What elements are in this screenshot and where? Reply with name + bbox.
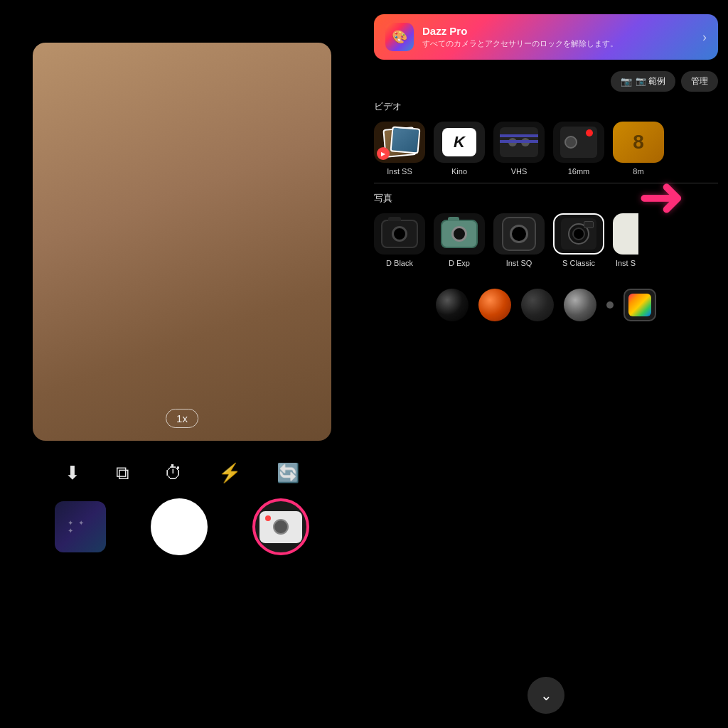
- top-buttons-row: 📷 📷 範例 管理: [364, 60, 728, 92]
- promo-title: Dazz Pro: [422, 25, 694, 37]
- camera-right-panel: 🎨 Dazz Pro すべてのカメラとアクセサリーのロックを解除します。 › 📷…: [364, 0, 728, 728]
- inst-sq-lens: [510, 225, 528, 243]
- camera-bottom-bar: [33, 498, 331, 555]
- s-classic-viewfinder: [584, 221, 594, 228]
- camera-item-inst-ss[interactable]: ▶ Inst SS: [374, 122, 425, 176]
- gallery-thumbnail[interactable]: [55, 501, 106, 552]
- promo-chevron-icon: ›: [702, 30, 707, 45]
- s-classic-lens-inner: [572, 228, 585, 240]
- d-exp-top: [448, 217, 459, 221]
- promo-text: Dazz Pro すべてのカメラとアクセサリーのロックを解除します。: [422, 25, 694, 49]
- kino-logo-text: K: [454, 133, 465, 151]
- vhs-label: VHS: [511, 167, 528, 176]
- color-palette-icon: [628, 294, 651, 316]
- download-icon[interactable]: ⬇: [65, 462, 80, 484]
- camera-item-s-classic[interactable]: S Classic: [553, 213, 604, 267]
- camera-left-panel: 1x ⬇ ⧉ ⏱ ⚡ 🔄: [0, 0, 364, 728]
- mm8-text: 8: [633, 131, 644, 154]
- inst-ss-label: Inst SS: [387, 167, 412, 176]
- vhs-icon: [493, 122, 545, 163]
- d-black-icon: [374, 213, 425, 255]
- inst-ss-icon: ▶: [374, 122, 425, 163]
- camera-item-16mm[interactable]: 16mm: [553, 122, 604, 176]
- d-exp-camera: [441, 220, 478, 248]
- camera-controls: ⬇ ⧉ ⏱ ⚡ 🔄: [47, 462, 317, 484]
- d-black-camera: [381, 220, 418, 248]
- vhs-stripe1: [500, 134, 538, 137]
- promo-subtitle: すべてのカメラとアクセサリーのロックを解除します。: [422, 38, 694, 49]
- inst-partial-icon: [613, 213, 638, 255]
- mm16-icon: [553, 122, 604, 163]
- inst-ss-play-icon: ▶: [377, 147, 390, 160]
- vhs-inner-icon: [500, 127, 538, 157]
- s-classic-icon: [553, 213, 604, 255]
- mm16-label: 16mm: [568, 167, 590, 176]
- camera-item-kino[interactable]: K Kino: [434, 122, 485, 176]
- camera-mode-button[interactable]: [252, 498, 309, 555]
- color-dot: [606, 301, 614, 309]
- mm16-lens: [564, 136, 577, 149]
- camera-item-inst-partial[interactable]: Inst S: [613, 213, 638, 267]
- d-black-top: [388, 217, 401, 221]
- camera-viewfinder: 1x: [33, 43, 331, 441]
- inst-sq-label: Inst SQ: [506, 259, 532, 267]
- kino-icon: K: [434, 122, 485, 163]
- mm16-dot: [586, 129, 593, 136]
- inst-partial-label: Inst S: [616, 259, 636, 267]
- color-palette-button[interactable]: [623, 289, 656, 321]
- inst-sq-icon: [493, 213, 545, 255]
- color-black-ball[interactable]: [436, 289, 469, 321]
- flash-icon[interactable]: ⚡: [218, 462, 241, 484]
- arrow-indicator: ➜: [638, 168, 685, 225]
- s-classic-camera: [561, 218, 596, 250]
- d-exp-label: D Exp: [449, 259, 470, 267]
- camera-item-d-exp[interactable]: D Exp: [434, 213, 485, 267]
- promo-banner[interactable]: 🎨 Dazz Pro すべてのカメラとアクセサリーのロックを解除します。 ›: [374, 14, 718, 60]
- mm8-icon: 8: [613, 122, 664, 163]
- kino-label: Kino: [451, 167, 467, 176]
- zoom-indicator[interactable]: 1x: [166, 409, 198, 428]
- s-classic-label: S Classic: [562, 259, 595, 267]
- chevron-down-icon: ⌄: [540, 687, 552, 704]
- camera-item-inst-sq[interactable]: Inst SQ: [493, 213, 545, 267]
- camera-icon: 📷: [621, 76, 632, 87]
- color-dark-ball[interactable]: [521, 289, 554, 321]
- photos-section: 写真 ➜ D Black: [364, 183, 728, 274]
- d-black-label: D Black: [386, 259, 413, 267]
- layers-icon[interactable]: ⧉: [116, 462, 129, 484]
- camera-item-d-black[interactable]: D Black: [374, 213, 425, 267]
- camera-item-vhs[interactable]: VHS: [493, 122, 545, 176]
- promo-icon: 🎨: [385, 23, 414, 51]
- color-orange-ball[interactable]: [478, 289, 511, 321]
- d-exp-lens: [451, 226, 467, 242]
- gallery-examples-button[interactable]: 📷 📷 範例: [611, 71, 675, 92]
- kino-inner-icon: K: [442, 128, 476, 156]
- inst-sq-camera: [502, 217, 536, 251]
- timer-icon[interactable]: ⏱: [164, 462, 183, 484]
- vhs-stripe2: [500, 140, 538, 143]
- color-options-row: [364, 277, 728, 333]
- manage-button[interactable]: 管理: [681, 71, 718, 92]
- mode-dot: [265, 515, 271, 521]
- video-section-label: ビデオ: [364, 92, 728, 117]
- shutter-inner: [155, 503, 203, 551]
- shutter-button[interactable]: [151, 498, 208, 555]
- mm16-inner-icon: [560, 127, 597, 158]
- d-black-lens: [392, 226, 407, 242]
- camera-mode-icon: [259, 511, 302, 543]
- d-exp-icon: [434, 213, 485, 255]
- inst-ss-photo2: [390, 126, 421, 154]
- mode-lens: [273, 519, 289, 535]
- bottom-section: ⌄: [364, 677, 728, 728]
- rotate-icon[interactable]: 🔄: [277, 462, 299, 484]
- collapse-button[interactable]: ⌄: [528, 677, 564, 714]
- color-gradient-ball[interactable]: [564, 289, 596, 321]
